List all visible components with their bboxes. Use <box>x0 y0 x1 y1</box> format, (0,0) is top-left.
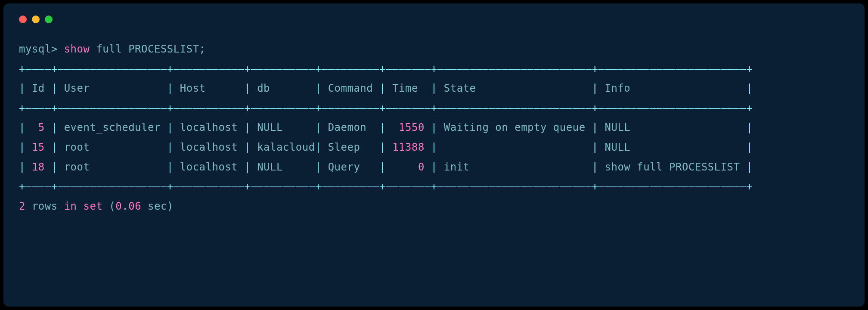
mysql-prompt: mysql> <box>19 43 64 55</box>
minimize-button[interactable] <box>32 16 40 23</box>
cell-id: 15 <box>32 141 51 153</box>
table-pipe: | <box>592 121 605 133</box>
cell-id: 5 <box>32 121 51 133</box>
footer-rows-text: rows <box>25 200 64 212</box>
cell-command: Query <box>328 161 380 173</box>
col-header-command: Command <box>328 82 380 94</box>
table-pipe: | <box>315 161 328 173</box>
table-pipe: | <box>19 121 32 133</box>
table-pipe: | <box>51 161 64 173</box>
table-pipe: | <box>51 121 64 133</box>
table-pipe: | <box>244 82 257 94</box>
table-pipe: | <box>431 121 444 133</box>
table-pipe: | <box>244 121 257 133</box>
footer-in: in <box>64 200 77 212</box>
cell-db: NULL <box>257 161 315 173</box>
cell-time: 1550 <box>392 121 431 133</box>
col-header-id: Id <box>32 82 51 94</box>
cell-user: event_scheduler <box>64 121 167 133</box>
table-pipe: | <box>746 121 753 133</box>
terminal-window: mysql> show full PROCESSLIST; +————+————… <box>3 3 865 307</box>
table-pipe: | <box>431 161 444 173</box>
col-header-user: User <box>64 82 167 94</box>
table-pipe: | <box>746 141 753 153</box>
cell-command: Daemon <box>328 121 380 133</box>
close-button[interactable] <box>19 16 27 23</box>
table-pipe: | <box>167 141 180 153</box>
footer-paren: ( <box>102 200 115 212</box>
col-header-db: db <box>257 82 315 94</box>
cell-host: localhost <box>180 161 245 173</box>
table-pipe: | <box>379 141 392 153</box>
col-header-state: State <box>444 82 592 94</box>
cell-user: root <box>64 141 167 153</box>
table-pipe: | <box>19 141 32 153</box>
terminal-content: mysql> show full PROCESSLIST; +————+————… <box>19 40 849 216</box>
table-pipe: | <box>19 161 32 173</box>
sql-semicolon: ; <box>199 43 206 55</box>
table-pipe: | <box>244 141 257 153</box>
cell-id: 18 <box>32 161 51 173</box>
footer-set: set <box>84 200 103 212</box>
table-pipe: | <box>379 82 392 94</box>
table-pipe: | <box>315 141 328 153</box>
cell-info: NULL <box>604 141 746 153</box>
footer-space <box>77 200 84 212</box>
table-pipe: | <box>592 82 605 94</box>
footer-time: 0.06 <box>115 200 141 212</box>
cell-info: show full PROCESSLIST <box>604 161 746 173</box>
table-pipe: | <box>746 82 753 94</box>
table-pipe: | <box>431 82 444 94</box>
cell-time: 0 <box>392 161 431 173</box>
window-controls <box>19 16 849 23</box>
footer-rows-count: 2 <box>19 200 25 212</box>
table-border: +————+—————————————————+———————————+————… <box>19 180 753 192</box>
table-pipe: | <box>431 141 444 153</box>
table-border: +————+—————————————————+———————————+————… <box>19 63 753 75</box>
sql-word-processlist: PROCESSLIST <box>128 43 199 55</box>
cell-user: root <box>64 161 167 173</box>
cell-host: localhost <box>180 121 245 133</box>
table-pipe: | <box>244 161 257 173</box>
table-pipe: | <box>315 82 328 94</box>
table-pipe: | <box>51 141 64 153</box>
table-pipe: | <box>315 121 328 133</box>
cell-db: NULL <box>257 121 315 133</box>
table-pipe: | <box>592 141 605 153</box>
cell-host: localhost <box>180 141 245 153</box>
cell-info: NULL <box>604 121 746 133</box>
col-header-host: Host <box>180 82 245 94</box>
table-pipe: | <box>167 161 180 173</box>
cell-state: Waiting on empty queue <box>444 121 592 133</box>
cell-state: init <box>444 161 592 173</box>
maximize-button[interactable] <box>45 16 53 23</box>
footer-sec: sec) <box>141 200 174 212</box>
table-pipe: | <box>51 82 64 94</box>
sql-keyword-show: show <box>64 43 90 55</box>
sql-word-full: full <box>90 43 128 55</box>
table-pipe: | <box>592 161 605 173</box>
table-pipe: | <box>167 121 180 133</box>
cell-time: 11388 <box>392 141 431 153</box>
col-header-time: Time <box>392 82 431 94</box>
table-pipe: | <box>167 82 180 94</box>
table-pipe: | <box>379 121 392 133</box>
table-pipe: | <box>19 82 32 94</box>
cell-state <box>444 141 592 153</box>
col-header-info: Info <box>604 82 746 94</box>
table-pipe: | <box>746 161 753 173</box>
table-pipe: | <box>379 161 392 173</box>
cell-command: Sleep <box>328 141 380 153</box>
table-border: +————+—————————————————+———————————+————… <box>19 102 753 114</box>
cell-db: kalacloud <box>257 141 315 153</box>
